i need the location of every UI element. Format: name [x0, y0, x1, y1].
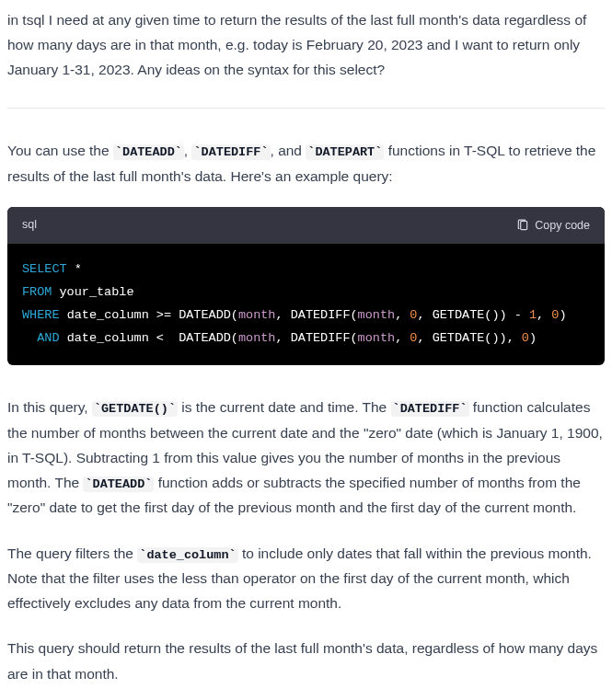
- answer-paragraph-3: This query should return the results of …: [7, 636, 605, 685]
- answer-paragraph-1: In this query, `GETDATE()` is the curren…: [7, 395, 605, 521]
- code-block: sql Copy code SELECT * FROM your_table W…: [7, 207, 605, 365]
- inline-code: `DATEPART`: [306, 144, 384, 160]
- inline-code: `DATEDIFF`: [391, 401, 469, 417]
- inline-code: `DATEADD`: [113, 144, 184, 160]
- answer-intro: You can use the `DATEADD`, `DATEDIFF`, a…: [7, 138, 605, 189]
- code-content: SELECT * FROM your_table WHERE date_colu…: [7, 244, 605, 365]
- inline-code: `DATEDIFF`: [191, 144, 270, 160]
- code-language-label: sql: [22, 215, 37, 235]
- copy-code-label: Copy code: [535, 219, 590, 232]
- answer-paragraph-3-text: This query should return the results of …: [7, 640, 597, 681]
- inline-code: `DATEADD`: [83, 476, 154, 492]
- svg-rect-0: [521, 221, 527, 229]
- question-text: in tsql I need at any given time to retu…: [7, 12, 586, 77]
- inline-code: `GETDATE()`: [92, 401, 178, 417]
- question-block: in tsql I need at any given time to retu…: [7, 7, 605, 109]
- answer-paragraph-2: The query filters the `date_column` to i…: [7, 541, 605, 616]
- clipboard-icon: [516, 219, 529, 232]
- code-header: sql Copy code: [7, 207, 605, 244]
- copy-code-button[interactable]: Copy code: [516, 219, 590, 232]
- inline-code: `date_column`: [137, 547, 237, 563]
